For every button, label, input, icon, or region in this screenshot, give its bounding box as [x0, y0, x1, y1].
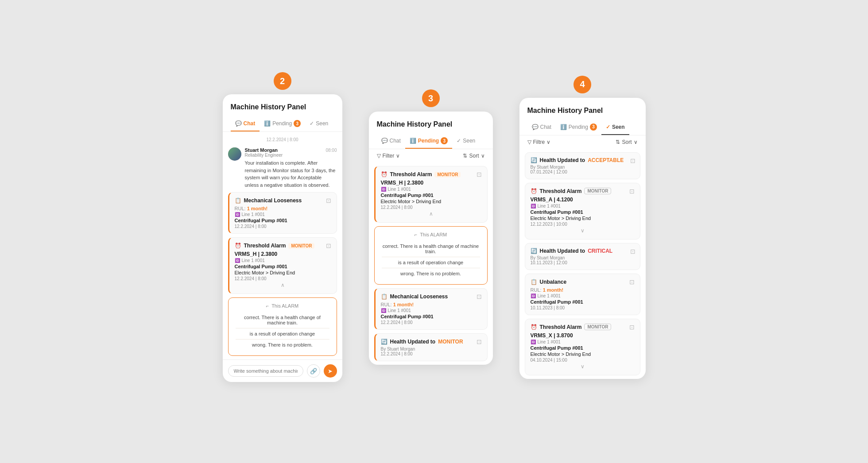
chat-text-2: Your installation is complete. After rem…	[245, 159, 337, 189]
dismiss-mechanical-2[interactable]: ⊡	[326, 197, 331, 204]
seen-date-4-0: 07.01.2024 | 12:00	[531, 170, 635, 174]
card-dir-4-4: Electric Motor > Driving End	[531, 351, 635, 357]
fault-icon-3: 📋	[381, 293, 388, 300]
filter-chevron-4: ∨	[546, 139, 550, 145]
panel-4-header: Machine History Panel 💬 Chat ℹ️ Pending …	[519, 98, 646, 135]
seen-dismiss-4-4[interactable]: ⊡	[629, 324, 635, 331]
step-badge-2: 2	[274, 72, 291, 90]
pending-badge-2: 3	[294, 120, 301, 127]
tab-pending-4[interactable]: ℹ️ Pending 3	[556, 120, 601, 135]
seen-title-row-4-1: ⏰ Threshold Alarm MONITOR ⊡	[531, 188, 635, 195]
chat-input-2[interactable]	[228, 365, 303, 377]
seen-title-4-2: 🔄 Health Updated to CRITICAL	[531, 248, 635, 254]
card-dt-4-1: 12.12.2023 | 10:00	[531, 222, 635, 227]
card-health-title-3: 🔄 Health Updated to MONITOR	[381, 339, 463, 345]
filter-icon-4: ▽	[527, 139, 531, 145]
alarm-box-3: ⌐ This ALARM correct. There is a health …	[374, 226, 488, 285]
rul-val-4-3: 1 month!	[543, 287, 563, 293]
seen-dismiss-4-2[interactable]: ⊡	[630, 248, 636, 255]
badge-monitor-4-1: MONITOR	[584, 188, 611, 194]
tab-seen-4[interactable]: ✓ Seen	[601, 120, 629, 135]
seen-card-4-2: 🔄 Health Updated to CRITICAL By Stuart M…	[525, 243, 640, 270]
seen-dismiss-4-3[interactable]: ⊡	[629, 278, 635, 286]
seen-dismiss-4-1[interactable]: ⊡	[629, 188, 635, 195]
chevron-up-2[interactable]: ∧	[235, 281, 331, 289]
panel-2: Machine History Panel 💬 Chat ℹ️ Pending …	[223, 94, 342, 382]
filter-icon-3: ▽	[377, 153, 381, 159]
card-location-threshold-2: Centrifugal Pump #001	[235, 264, 331, 269]
alarm-option-2-1[interactable]: is a result of operation change	[236, 328, 329, 340]
tab-pending-2[interactable]: ℹ️ Pending 3	[260, 116, 305, 131]
tab-seen-3[interactable]: ✓ Seen	[452, 134, 480, 149]
panel-3: Machine History Panel 💬 Chat ℹ️ Pending …	[369, 112, 493, 365]
sort-btn-3[interactable]: ⇅ Sort ∨	[463, 153, 484, 159]
seen-title-4-0: 🔄 Health Updated to ACCEPTABLE	[531, 157, 635, 163]
panel-3-title: Machine History Panel	[377, 120, 485, 128]
tab-chat-2[interactable]: 💬 Chat	[231, 116, 260, 131]
chat-bubble-2: Stuart Morgan 08:00 Reliability Engineer…	[245, 147, 337, 189]
alarm-option-2-0[interactable]: correct. There is a health change of mac…	[236, 312, 329, 328]
badge-monitor-3: MONITOR	[434, 172, 461, 177]
filter-btn-3[interactable]: ▽ Filter ∨	[377, 153, 400, 159]
sort-btn-4[interactable]: ⇅ Sort ∨	[616, 139, 637, 145]
alarm-icon-4-1: ⏰	[531, 188, 537, 194]
send-btn-2[interactable]: ➤	[324, 364, 337, 378]
sort-chevron-3: ∨	[481, 153, 485, 159]
card-threshold-2: ⏰ Threshold Alarm MONITOR ⊡ VRMS_H | 2.3…	[228, 237, 337, 294]
seen-dismiss-4-0[interactable]: ⊡	[630, 157, 636, 164]
alarm-icon-2: ⏰	[235, 243, 241, 249]
card-location-3: Centrifugal Pump #001	[381, 314, 482, 319]
seen-title-4-3: 📋 Unbalance	[531, 279, 567, 285]
card-health-3: 🔄 Health Updated to MONITOR ⊡ By Stuart …	[374, 333, 488, 361]
card-datetime-2: 12.2.2024 | 8:00	[235, 224, 331, 229]
card-value-3: VRMS_H | 2.3800	[381, 180, 482, 186]
tab-seen-2[interactable]: ✓ Seen	[305, 116, 333, 131]
card-threshold-title-2: ⏰ Threshold Alarm MONITOR	[235, 243, 315, 249]
filter-bar-4: ▽ Filtre ∨ ⇅ Sort ∨	[519, 135, 646, 149]
alarm-icon-3: ⏰	[381, 171, 388, 177]
badge-monitor-2: MONITOR	[288, 243, 314, 249]
dismiss-mechanical-3[interactable]: ⊡	[477, 293, 482, 300]
card-meta-3: 🆔 Line 1 #001	[381, 308, 482, 313]
card-value-4-1: VRMS_A | 4.1200	[531, 197, 635, 203]
tab-chat-4[interactable]: 💬 Chat	[527, 120, 556, 135]
accent-critical-4-2: CRITICAL	[588, 248, 612, 254]
chat-role-2: Reliability Engineer	[245, 153, 337, 158]
pending-badge-4: 3	[590, 123, 597, 131]
chevron-down-4-4[interactable]: ∨	[531, 363, 635, 370]
seen-card-4-0: 🔄 Health Updated to ACCEPTABLE By Stuart…	[525, 152, 640, 179]
alarm-option-2-2[interactable]: wrong. There is no problem.	[236, 340, 329, 350]
card-mechanical-title-row-3: 📋 Mechanical Looseness ⊡	[381, 293, 482, 300]
chat-message-2: Stuart Morgan 08:00 Reliability Engineer…	[228, 147, 337, 189]
pending-badge-3: 3	[441, 137, 448, 144]
tab-chat-3[interactable]: 💬 Chat	[377, 134, 405, 149]
sort-icon-4: ⇅	[616, 139, 620, 145]
dismiss-threshold-2[interactable]: ⊡	[326, 242, 331, 249]
attach-btn-2[interactable]: 🔗	[307, 364, 320, 378]
card-health-title-row-3: 🔄 Health Updated to MONITOR ⊡	[381, 338, 482, 345]
dismiss-health-3[interactable]: ⊡	[477, 338, 482, 345]
filter-btn-4[interactable]: ▽ Filtre ∨	[527, 139, 551, 145]
id-icon-threshold-2: 🆔	[235, 258, 240, 263]
card-dir-4-1: Electric Motor > Driving End	[531, 216, 635, 221]
card-mechanical-2: 📋 Mechanical Looseness ⊡ RUL: 1 month! 🆔…	[228, 192, 337, 234]
id-icon-threshold-3: 🆔	[381, 187, 386, 192]
chevron-down-4-1[interactable]: ∨	[531, 227, 635, 235]
avatar-2	[228, 147, 241, 161]
card-value-4-4: VRMS_X | 3.8700	[531, 332, 635, 339]
chat-date-2: 12.2.2024 | 8:00	[228, 135, 337, 144]
tab-pending-3[interactable]: ℹ️ Pending 3	[405, 134, 452, 149]
id-icon-4-4: 🆔	[531, 340, 536, 344]
dismiss-threshold-3[interactable]: ⊡	[477, 171, 482, 178]
alarm-option-3-0[interactable]: correct. There is a health change of mac…	[382, 241, 480, 257]
chevron-up-3[interactable]: ∧	[381, 210, 482, 218]
panel-4-body: 🔄 Health Updated to ACCEPTABLE By Stuart…	[519, 149, 646, 379]
card-mechanical-title-row-2: 📋 Mechanical Looseness ⊡	[235, 197, 331, 204]
alarm-box-icon-3: ⌐	[415, 232, 417, 237]
card-meta-2: 🆔 Line 1 #001	[235, 212, 331, 217]
card-datetime-3: 12.2.2024 | 8:00	[381, 320, 482, 325]
alarm-option-3-2[interactable]: wrong. There is no problem.	[382, 268, 480, 279]
seen-card-4-4: ⏰ Threshold Alarm MONITOR ⊡ VRMS_X | 3.8…	[525, 319, 640, 375]
alarm-icon-4-4: ⏰	[531, 324, 537, 330]
alarm-option-3-1[interactable]: is a result of operation change	[382, 257, 480, 268]
